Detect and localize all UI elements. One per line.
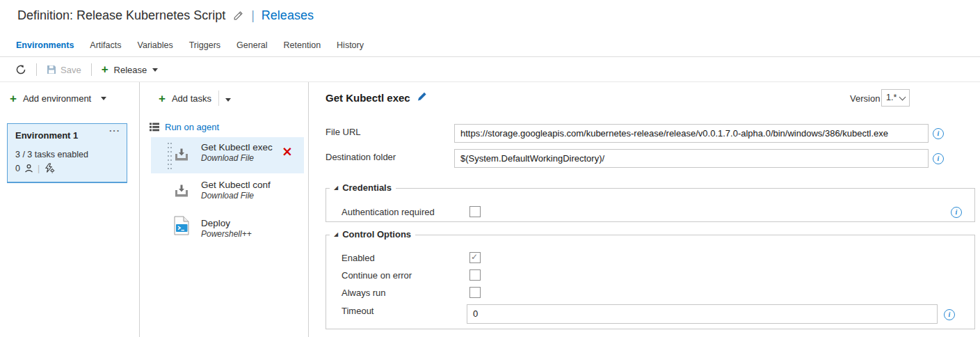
task-type: Powershell++ [201,229,252,239]
release-label: Release [114,65,147,75]
timeout-input[interactable]: 0 [467,304,938,324]
edit-definition-name-icon[interactable] [232,10,244,22]
title-divider: | [251,8,255,23]
version-label: Version [850,93,880,104]
page-title: Definition: Release Kubernetes Script [17,8,225,23]
timeout-label: Timeout [342,306,373,316]
remove-task-icon[interactable]: × [282,143,293,159]
add-environment-button[interactable]: + Add environment [10,93,106,104]
destination-folder-value: $(System.DefaultWorkingDirectory)/ [460,153,604,164]
run-on-agent-phase[interactable]: Run on agent [150,122,219,132]
version-value: 1.* [886,93,897,102]
person-icon[interactable] [24,164,33,173]
task-item-get-kubectl-conf[interactable]: Get Kubectl conf Download File [151,175,304,209]
toolbar-divider [91,63,92,76]
download-file-icon [174,185,189,198]
authentication-required-label: Authentication required [342,207,435,217]
always-run-label: Always run [342,288,386,298]
tab-general[interactable]: General [235,39,268,52]
tab-history[interactable]: History [335,39,365,52]
destination-folder-input[interactable]: $(System.DefaultWorkingDirectory)/ [454,149,929,168]
add-tasks-label: Add tasks [172,93,211,104]
environment-menu-icon[interactable]: ··· [109,125,120,136]
caret-down-icon [101,97,106,100]
authentication-required-checkbox[interactable] [469,206,481,217]
always-run-checkbox[interactable] [469,287,481,298]
agent-phase-icon [150,123,159,132]
file-url-input[interactable]: https://storage.googleapis.com/kubernete… [454,124,929,143]
create-release-button[interactable]: + Release [102,65,159,75]
definition-tabs: Environments Artifacts Variables Trigger… [15,39,365,52]
file-url-value: https://storage.googleapis.com/kubernete… [460,128,888,139]
save-button[interactable]: Save [47,65,81,75]
status-divider: | [38,164,40,173]
add-tasks-button[interactable]: + Add tasks [159,93,211,104]
control-options-section: ◢ Control Options Enabled Continue on er… [326,235,975,329]
caret-down-icon [152,68,158,72]
credentials-title: Credentials [342,182,392,193]
refresh-icon[interactable] [15,64,26,75]
version-select[interactable]: 1.* [881,89,910,107]
info-icon[interactable]: i [951,207,962,218]
plus-icon: + [10,94,17,104]
panel-divider [139,82,140,337]
environment-name: Environment 1 [15,130,78,141]
environment-status-row: 0 | [15,163,55,173]
tabs-underline [0,56,980,57]
drag-handle[interactable] [167,141,172,169]
add-tasks-caret-icon[interactable] [225,98,231,102]
task-detail-header: Get Kubectl exec [326,92,428,104]
task-item-get-kubectl-exec[interactable]: Get Kubectl exec Download File × [151,137,304,173]
tab-variables[interactable]: Variables [136,39,175,52]
add-environment-label: Add environment [23,93,91,104]
breadcrumb: Definition: Release Kubernetes Script | … [17,8,314,23]
enabled-label: Enabled [342,253,375,263]
release-definition-editor: Definition: Release Kubernetes Script | … [0,0,980,337]
task-name: Get Kubectl conf [201,180,271,190]
tab-environments[interactable]: Environments [15,39,75,52]
info-icon[interactable]: i [933,128,944,139]
deployment-conditions-icon[interactable] [44,163,55,173]
task-name: Deploy [201,218,230,228]
enabled-checkbox[interactable] [469,252,481,263]
toolbar-divider [36,63,37,76]
environment-tasks-summary: 3 / 3 tasks enabled [15,150,88,159]
run-on-agent-label: Run on agent [165,122,219,132]
plus-icon: + [102,65,109,75]
credentials-section-header[interactable]: ◢ Credentials [330,182,396,193]
credentials-section: ◢ Credentials Authentication required i [326,188,975,222]
environment-card[interactable]: Environment 1 ··· 3 / 3 tasks enabled 0 … [7,123,127,183]
plus-icon: + [159,94,166,104]
task-type: Download File [201,191,254,201]
info-icon[interactable]: i [933,153,944,164]
toolbar-underline [0,81,980,82]
destination-folder-label: Destination folder [326,152,396,162]
control-options-title: Control Options [342,229,411,240]
task-name: Get Kubectl exec [201,142,273,152]
control-options-section-header[interactable]: ◢ Control Options [330,229,415,240]
continue-on-error-checkbox[interactable] [469,269,481,281]
task-type: Download File [201,153,254,163]
save-floppy-icon [47,65,56,75]
collapse-triangle-icon: ◢ [334,232,338,237]
releases-link[interactable]: Releases [262,8,314,23]
info-icon[interactable]: i [944,309,955,320]
edit-task-name-icon[interactable] [417,91,428,102]
tab-retention[interactable]: Retention [282,39,323,52]
chevron-down-icon [899,94,906,101]
powershell-icon [174,216,190,235]
file-url-label: File URL [326,127,361,137]
tab-artifacts[interactable]: Artifacts [88,39,122,52]
timeout-value: 0 [473,308,478,319]
split-button-divider [218,91,219,106]
panel-divider [308,82,309,337]
approvals-count: 0 [15,164,20,173]
tab-triggers[interactable]: Triggers [188,39,222,52]
task-detail-title: Get Kubectl exec [326,92,410,104]
save-label: Save [61,65,81,75]
download-file-icon [174,148,189,162]
continue-on-error-label: Continue on error [342,270,412,281]
toolbar: Save + Release [15,61,158,78]
task-item-deploy[interactable]: Deploy Powershell++ [151,212,304,246]
collapse-triangle-icon: ◢ [334,185,338,191]
